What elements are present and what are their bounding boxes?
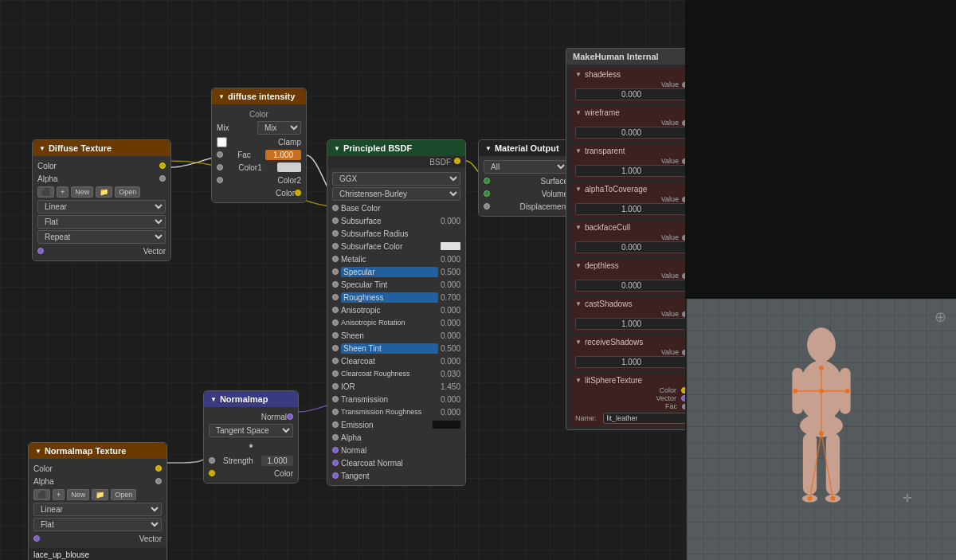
pb-subcolor-row: Subsurface Color xyxy=(332,240,460,253)
svg-point-0 xyxy=(808,328,836,362)
diffuse-vector-row: Vector xyxy=(37,245,166,257)
mo-title: Material Output xyxy=(495,143,559,153)
svg-point-15 xyxy=(819,366,824,370)
diffuse-texture-node: ▼ Diffuse Texture Color Alpha ⬛ + New 📁 … xyxy=(32,139,171,261)
pb-roughness-row: Roughness 0.700 xyxy=(332,291,460,303)
svg-point-21 xyxy=(831,496,836,501)
svg-point-20 xyxy=(808,496,813,501)
nmt-linear-select[interactable]: Linear xyxy=(33,503,162,516)
pb-subradius-socket xyxy=(332,230,339,237)
diffuse-linear-select[interactable]: Linear xyxy=(37,200,166,213)
mh-shadeless-field: 0.000 xyxy=(575,88,688,100)
mh-transparent-field: 1.000 xyxy=(575,165,688,177)
pb-emission-swatch xyxy=(433,421,460,429)
pb-cb-select[interactable]: Christensen-Burley xyxy=(332,187,460,201)
svg-rect-6 xyxy=(803,433,817,495)
mh-alphacoverage: ▼ alphaToCoverage Value 1.000 xyxy=(571,182,692,217)
nmt-open-btn[interactable]: Open xyxy=(111,489,136,500)
pb-basecolor-socket xyxy=(332,205,339,211)
nmt-flat-select[interactable]: Flat xyxy=(33,518,162,531)
diffuse-flat-select[interactable]: Flat xyxy=(37,215,166,229)
di-fac-value: 1.000 xyxy=(265,150,301,160)
pb-sheentint-row: Sheen Tint 0.500 xyxy=(332,342,460,354)
di-color1-row: Color1 xyxy=(217,161,301,174)
diffuse-open-btn[interactable]: Open xyxy=(115,186,140,198)
nm-color-row: Color xyxy=(209,467,293,480)
normalmap-node: ▼ Normalmap Normal Tangent Space • Stren… xyxy=(203,390,299,484)
pb-roughness-socket xyxy=(332,294,339,300)
pb-spectint-socket xyxy=(332,281,339,288)
pb-cb-row: Christensen-Burley xyxy=(332,186,460,202)
mh-shadeless: ▼ shadeless Value 0.000 xyxy=(571,68,692,103)
mo-all-row: All xyxy=(484,159,568,174)
mh-depthless: ▼ depthless Value 0.000 xyxy=(571,259,692,294)
diffuse-folder-btn[interactable]: 📁 xyxy=(96,186,112,198)
di-color1-swatch xyxy=(277,163,301,172)
pb-body: GGX Christensen-Burley Base Color Subsur… xyxy=(327,168,465,485)
nmt-alpha-socket xyxy=(155,478,162,484)
nmt-flat-row: Flat xyxy=(33,517,162,532)
mh-name-field: lit_leather xyxy=(603,413,688,424)
nmt-add-btn[interactable]: + xyxy=(53,489,65,500)
diffuse-texture-title: Diffuse Texture xyxy=(49,143,112,153)
nmt-icon-btn[interactable]: ⬛ xyxy=(33,489,50,500)
nmt-title: Normalmap Texture xyxy=(45,446,127,456)
pb-ggx-select[interactable]: GGX xyxy=(332,172,460,186)
pb-emission-socket xyxy=(332,421,339,428)
nmt-color-row: Color xyxy=(33,462,162,475)
mh-litsphere-name-row: Name: lit_leather xyxy=(575,413,688,424)
nmt-new-btn[interactable]: New xyxy=(67,489,89,500)
pb-specular-row: Specular 0.500 xyxy=(332,265,460,278)
nm-normal-socket xyxy=(287,413,293,420)
pb-transrough-row: Transmission Roughness 0.000 xyxy=(332,405,460,418)
diffuse-icon-btn[interactable]: ⬛ xyxy=(37,186,54,198)
nm-ts-select[interactable]: Tangent Space xyxy=(209,424,293,437)
pb-aniso-socket xyxy=(332,307,339,313)
nm-normal-row: Normal xyxy=(209,410,293,423)
mh-wireframe-field: 0.000 xyxy=(575,127,688,139)
pb-bsdf-label: BSDF xyxy=(327,156,465,168)
viewport-crosshair: ✛ xyxy=(903,491,912,504)
nm-strength-value: 1.000 xyxy=(261,456,293,466)
nmt-vector-row: Vector xyxy=(33,532,162,545)
material-output-node: ▼ Material Output All Surface Volume Dis… xyxy=(478,139,574,217)
pb-alpha-socket xyxy=(332,434,339,441)
nmt-folder-btn[interactable]: 📁 xyxy=(92,489,108,500)
diffuse-repeat-select[interactable]: Repeat xyxy=(37,230,166,244)
mh-receiveshadows-field: 1.000 xyxy=(575,356,688,368)
nm-title: Normalmap xyxy=(220,394,268,404)
di-color2-row: Color2 xyxy=(217,174,301,186)
pb-subsurface-row: Subsurface 0.000 xyxy=(332,214,460,227)
di-output-socket xyxy=(295,190,301,196)
mo-all-select[interactable]: All xyxy=(484,160,568,174)
viewport-axis-icon: ⊕ xyxy=(934,308,946,326)
material-output-header: ▼ Material Output xyxy=(479,140,573,156)
nmt-body: Color Alpha ⬛ + New 📁 Open Linear Flat V… xyxy=(29,459,167,548)
svg-point-19 xyxy=(819,431,824,436)
diffuse-intensity-header: ▼ diffuse intensity xyxy=(212,88,306,104)
normalmap-texture-header: ▼ Normalmap Texture xyxy=(29,443,167,459)
pb-ccrough-row: Clearcoat Roughness 0.030 xyxy=(332,367,460,380)
pb-ccnormal-socket xyxy=(332,460,339,466)
mo-surface-socket xyxy=(484,178,490,184)
nmt-arrow: ▼ xyxy=(35,448,41,455)
mh-backfacecull: ▼ backfaceCull Value 0.000 xyxy=(571,221,692,256)
pb-ggx-row: GGX xyxy=(332,171,460,186)
nm-strength-row: Strength 1.000 xyxy=(209,454,293,467)
di-fac-socket xyxy=(217,151,223,158)
nmt-color-socket xyxy=(155,465,162,472)
nm-dot-row: • xyxy=(209,438,293,454)
pb-clearcoat-row: Clearcoat 0.000 xyxy=(332,354,460,367)
pb-tangent-socket xyxy=(332,472,339,479)
mo-displacement-socket xyxy=(484,203,490,210)
diffuse-new-btn[interactable]: New xyxy=(71,186,93,198)
diffuse-add-btn[interactable]: + xyxy=(57,186,69,198)
di-mix-select[interactable]: Mix xyxy=(257,121,301,135)
nmt-vector-socket xyxy=(33,535,40,542)
nmt-toolbar: ⬛ + New 📁 Open xyxy=(33,488,162,502)
mh-transparent: ▼ transparent Value 1.000 xyxy=(571,144,692,179)
mh-depthless-field: 0.000 xyxy=(575,280,688,292)
di-clamp-check[interactable] xyxy=(217,137,227,147)
mh-wireframe: ▼ wireframe Value 0.000 xyxy=(571,106,692,141)
di-body: Color Mix Mix Clamp Fac 1.000 Color1 Col… xyxy=(212,104,306,202)
